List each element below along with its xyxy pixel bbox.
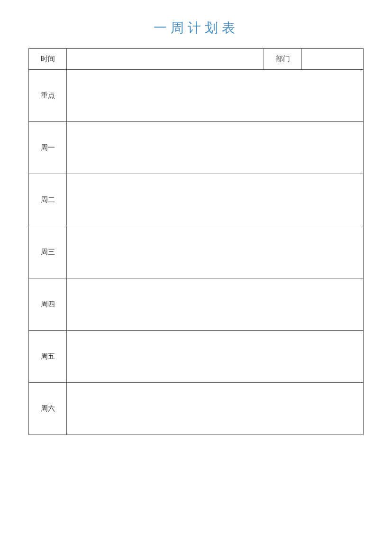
row-label-tuesday: 周二 [29,174,67,226]
row-friday: 周五 [29,331,364,383]
row-content-tuesday [67,174,364,226]
row-wednesday: 周三 [29,226,364,278]
row-content-thursday [67,278,364,331]
row-label-saturday: 周六 [29,383,67,435]
schedule-table: 时间 部门 重点 周一 周二 周三 周四 周五 周六 [28,48,364,435]
page-title: 一周计划表 [154,19,239,37]
header-dept-value [302,49,364,70]
row-content-wednesday [67,226,364,278]
row-content-highlight [67,70,364,122]
row-label-thursday: 周四 [29,278,67,331]
row-thursday: 周四 [29,278,364,331]
row-monday: 周一 [29,122,364,174]
header-time-label: 时间 [29,49,67,70]
header-row: 时间 部门 [29,49,364,70]
row-saturday: 周六 [29,383,364,435]
row-tuesday: 周二 [29,174,364,226]
row-label-monday: 周一 [29,122,67,174]
row-label-friday: 周五 [29,331,67,383]
row-content-monday [67,122,364,174]
header-dept-label: 部门 [264,49,302,70]
row-label-wednesday: 周三 [29,226,67,278]
row-label-highlight: 重点 [29,70,67,122]
row-highlight: 重点 [29,70,364,122]
header-time-value [67,49,264,70]
row-content-saturday [67,383,364,435]
row-content-friday [67,331,364,383]
